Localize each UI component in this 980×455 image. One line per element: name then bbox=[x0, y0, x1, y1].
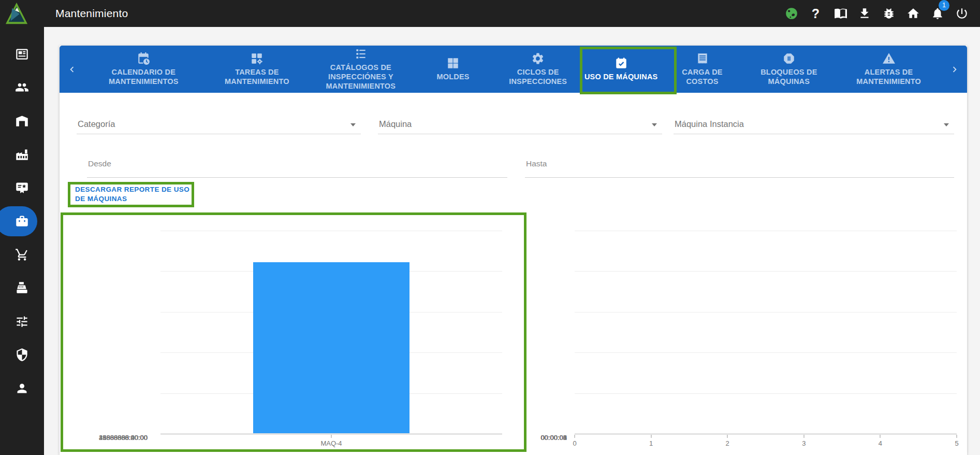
maquina-select[interactable]: Máquina bbox=[378, 113, 662, 134]
calendar-clock-icon bbox=[137, 52, 150, 65]
home-icon[interactable] bbox=[906, 7, 920, 21]
hasta-date-input[interactable]: Hasta bbox=[525, 155, 954, 178]
x-tick-label: 1 bbox=[649, 439, 653, 447]
tab-label: USO DE MÁQUINAS bbox=[584, 73, 658, 82]
tab-bloqueos-de-maquinas[interactable]: BLOQUEOS DE MÁQUINAS bbox=[743, 46, 836, 93]
x-tick bbox=[651, 435, 652, 438]
chevron-down-icon bbox=[652, 123, 657, 126]
download-icon[interactable] bbox=[857, 7, 871, 21]
pause-octagon-icon bbox=[782, 52, 796, 65]
grid-icon bbox=[446, 56, 460, 70]
tab-label: TAREAS DE MANTENIMIENTO bbox=[207, 68, 308, 86]
gridline bbox=[160, 231, 502, 231]
tab-label: CARGA DE COSTOS bbox=[666, 68, 739, 86]
maintenance-briefcase-icon bbox=[15, 214, 29, 228]
sidebar-item-purchases[interactable] bbox=[0, 238, 44, 272]
factory-icon bbox=[15, 147, 29, 161]
categoria-select[interactable]: Categoría bbox=[77, 113, 361, 134]
sidebar-item-settings[interactable] bbox=[0, 305, 44, 338]
tab-alertas-de-mantenimiento[interactable]: ALERTAS DE MANTENIMIENTO bbox=[835, 46, 942, 93]
sidebar-item-factory[interactable] bbox=[0, 138, 44, 172]
tab-label: CATÁLOGOS DE INSPECCIÓNES Y MANTENIMIENT… bbox=[315, 63, 406, 91]
x-tick bbox=[880, 435, 881, 438]
book-icon[interactable] bbox=[833, 7, 847, 21]
receipt-icon bbox=[696, 52, 709, 65]
tab-label: ALERTAS DE MANTENIMIENTO bbox=[839, 68, 938, 86]
notification-badge: 1 bbox=[939, 0, 949, 11]
topbar-actions: ? 1 bbox=[784, 7, 969, 21]
news-icon bbox=[15, 47, 29, 61]
sidebar-item-news[interactable] bbox=[0, 37, 44, 71]
maquina-instancia-label: Máquina Instancia bbox=[675, 119, 744, 129]
chevron-down-icon bbox=[350, 123, 356, 126]
bell-icon[interactable]: 1 bbox=[930, 7, 944, 21]
warning-icon bbox=[882, 52, 896, 65]
empty-usage-chart: 00:00:0500:00:0400:00:0300:00:0200:00:01… bbox=[518, 212, 967, 452]
gear-sync-icon bbox=[531, 52, 545, 65]
tabs-scroll-right-button[interactable] bbox=[942, 46, 967, 93]
tab-ciclos-de-inspecciones[interactable]: CICLOS DE INSPECCIONES bbox=[496, 46, 580, 93]
x-tick-label: 3 bbox=[802, 439, 806, 447]
tab-catalogos-de-inspecciones[interactable]: CATÁLOGOS DE INSPECCIÓNES Y MANTENIMIENT… bbox=[311, 46, 410, 93]
y-tick-label: 00:00:00 bbox=[518, 434, 567, 442]
gridline bbox=[575, 393, 957, 394]
app-logo[interactable] bbox=[5, 2, 28, 25]
power-icon[interactable] bbox=[955, 7, 969, 21]
tab-label: BLOQUEOS DE MÁQUINAS bbox=[747, 68, 831, 86]
desde-date-input[interactable]: Desde bbox=[87, 155, 507, 178]
shield-icon bbox=[15, 348, 29, 362]
gridline bbox=[575, 312, 957, 312]
tune-icon bbox=[15, 315, 29, 329]
descargar-reporte-link[interactable]: DESCARGAR REPORTE DE USO DE MÁQUINAS bbox=[75, 185, 192, 203]
calendar-check-icon bbox=[615, 56, 628, 70]
sidebar-item-security[interactable] bbox=[0, 338, 44, 372]
cart-icon bbox=[15, 248, 29, 262]
app-window: Mantenimiento ? bbox=[0, 0, 980, 455]
x-tick bbox=[574, 435, 575, 438]
sidebar-item-users[interactable] bbox=[0, 71, 44, 105]
help-icon[interactable]: ? bbox=[809, 7, 823, 21]
sidebar-item-maintenance[interactable] bbox=[0, 205, 44, 238]
tab-moldes[interactable]: MOLDES bbox=[411, 46, 496, 93]
module-tabbar: CALENDARIO DE MANTENIMIENTOS TAREAS DE M… bbox=[60, 46, 967, 93]
gridline bbox=[575, 352, 957, 353]
users-icon bbox=[15, 80, 29, 94]
tab-tareas-de-mantenimiento[interactable]: TAREAS DE MANTENIMIENTO bbox=[203, 46, 312, 93]
x-tick-label: 4 bbox=[879, 439, 882, 447]
tab-label: CALENDARIO DE MANTENIMIENTOS bbox=[89, 68, 199, 86]
maquina-instancia-select[interactable]: Máquina Instancia bbox=[674, 113, 954, 134]
grid-gear-icon bbox=[250, 52, 264, 65]
x-axis-line bbox=[575, 433, 957, 435]
chevron-left-icon bbox=[66, 64, 78, 75]
sidebar-item-certificates[interactable] bbox=[0, 171, 44, 205]
tab-calendario-de-mantenimientos[interactable]: CALENDARIO DE MANTENIMIENTOS bbox=[84, 46, 203, 93]
x-tick bbox=[331, 435, 332, 438]
tab-carga-de-costos[interactable]: CARGA DE COSTOS bbox=[662, 46, 743, 93]
tab-label: CICLOS DE INSPECCIONES bbox=[500, 68, 576, 86]
bug-icon[interactable] bbox=[882, 7, 896, 21]
gridline bbox=[575, 231, 957, 231]
sidebar-item-warehouse[interactable] bbox=[0, 104, 44, 138]
x-tick bbox=[803, 435, 805, 438]
chevron-right-icon bbox=[949, 64, 960, 75]
tabs-scroll-left-button[interactable] bbox=[60, 46, 84, 93]
triangle-logo-icon bbox=[5, 2, 28, 25]
x-tick-label: 0 bbox=[573, 439, 576, 447]
x-tick bbox=[956, 435, 957, 438]
sidebar-item-sales[interactable] bbox=[0, 272, 44, 305]
category-label: MAQ-4 bbox=[320, 439, 342, 447]
chevron-down-icon bbox=[944, 123, 949, 126]
sidebar-item-profile[interactable] bbox=[0, 372, 44, 405]
person-icon bbox=[15, 381, 29, 395]
maquina-label: Máquina bbox=[379, 119, 412, 129]
plot-area: MAQ-4 bbox=[160, 231, 502, 434]
warehouse-icon bbox=[15, 114, 29, 128]
tab-uso-de-maquinas[interactable]: USO DE MÁQUINAS bbox=[580, 46, 662, 93]
sidebar bbox=[0, 27, 44, 455]
plot-area: 012345 bbox=[575, 231, 957, 434]
certificate-icon bbox=[15, 181, 29, 195]
topbar: Mantenimiento ? bbox=[0, 0, 980, 27]
globe-icon[interactable] bbox=[784, 7, 798, 21]
gridline bbox=[575, 271, 957, 272]
usage-hours-bar-chart: 41666666:40:0033333333:20:0025000000:00:… bbox=[61, 212, 526, 452]
